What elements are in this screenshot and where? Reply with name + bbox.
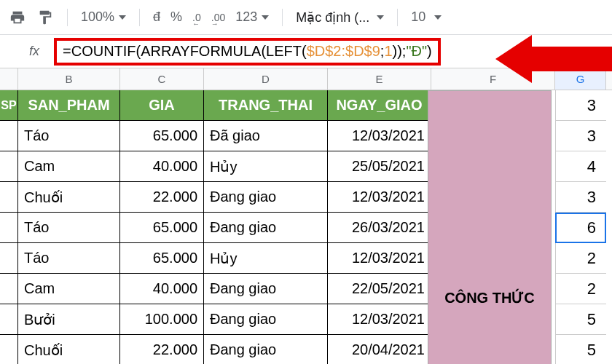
number-format-dropdown[interactable]: 123 [235,9,269,25]
col-header-d[interactable]: D [204,68,328,90]
cell-ngay-giao[interactable]: 22/05/2021 [328,274,431,304]
cell-san-pham[interactable]: Chuối [18,335,120,364]
cell-trang-thai[interactable]: Đang giao [204,335,328,364]
col-header-a[interactable] [0,68,18,90]
cell-g[interactable]: 5 [555,304,606,335]
cell-gia[interactable]: 65.000 [120,121,204,151]
cell-ngay-giao[interactable]: 12/03/2021 [328,182,431,213]
zoom-dropdown[interactable]: 100% [81,9,126,25]
cell-a[interactable] [0,274,18,304]
cell-gia[interactable]: 65.000 [120,213,204,243]
zoom-value: 100% [81,9,114,25]
cell-g1[interactable]: 3 [555,90,606,121]
cell-ngay-giao[interactable]: 25/05/2021 [328,151,431,182]
font-family-dropdown[interactable]: Mặc định (... [296,9,384,25]
f-column-label: CÔNG THỨC [444,289,535,306]
cell-a[interactable] [0,121,18,151]
cell-g[interactable]: 3 [555,121,606,151]
cell-a[interactable] [0,213,18,243]
header-b[interactable]: SAN_PHAM [18,90,120,121]
formula-bar: fx =COUNTIF(ARRAYFORMULA(LEFT($D$2:$D$9;… [0,35,612,68]
cell-g[interactable]: 6 [555,213,606,243]
col-header-e[interactable]: E [328,68,431,90]
separator [397,9,398,26]
cell-a[interactable] [0,304,18,335]
cell-san-pham[interactable]: Cam [18,151,120,182]
cell-g[interactable]: 2 [555,274,606,304]
cell-gia[interactable]: 22.000 [120,182,204,213]
chevron-down-icon [434,15,442,20]
cell-g[interactable]: 4 [555,151,606,182]
cell-trang-thai[interactable]: Đang giao [204,213,328,243]
col-header-f[interactable]: F [431,68,555,90]
cell-san-pham[interactable]: Cam [18,274,120,304]
header-e[interactable]: NGAY_GIAO [328,90,431,121]
chevron-down-icon [119,15,126,20]
cell-ngay-giao[interactable]: 12/03/2021 [328,304,431,335]
cell-san-pham[interactable]: Táo [18,121,120,151]
cell-trang-thai[interactable]: Đang giao [204,304,328,335]
header-d[interactable]: TRANG_THAI [204,90,328,121]
cell-trang-thai[interactable]: Đang giao [204,274,328,304]
cell-san-pham[interactable]: Chuối [18,182,120,213]
paint-format-icon[interactable] [36,9,54,26]
cell-ngay-giao[interactable]: 12/03/2021 [328,243,431,274]
cell-ngay-giao[interactable]: 12/03/2021 [328,121,431,151]
col-header-g[interactable]: G [555,68,606,90]
header-c[interactable]: GIA [120,90,204,121]
cell-g[interactable]: 3 [555,182,606,213]
separator [67,9,68,26]
cell-g[interactable]: 5 [555,335,606,364]
col-header-b[interactable]: B [18,68,120,90]
col-header-c[interactable]: C [120,68,204,90]
cell-gia[interactable]: 22.000 [120,335,204,364]
decrease-decimal-button[interactable]: .0 ← [192,9,201,25]
cell-gia[interactable]: 100.000 [120,304,204,335]
currency-format-button[interactable]: đ [153,9,160,25]
cell-san-pham[interactable]: Bưởi [18,304,120,335]
formula-input[interactable]: =COUNTIF(ARRAYFORMULA(LEFT($D$2:$D$9;1))… [54,38,441,66]
cell-gia[interactable]: 40.000 [120,274,204,304]
cell-trang-thai[interactable]: Đã giao [204,121,328,151]
percent-format-button[interactable]: % [170,9,182,25]
cell-a[interactable] [0,243,18,274]
cell-gia[interactable]: 40.000 [120,151,204,182]
cell-trang-thai[interactable]: Đang giao [204,182,328,213]
cell-trang-thai[interactable]: Hủy [204,243,328,274]
cell-g[interactable]: 2 [555,243,606,274]
cell-gia[interactable]: 65.000 [120,243,204,274]
cell-ngay-giao[interactable]: 26/03/2021 [328,213,431,243]
chevron-down-icon [377,15,384,20]
print-icon[interactable] [9,9,26,26]
cell-san-pham[interactable]: Táo [18,243,120,274]
header-a[interactable]: SP [0,90,18,121]
fx-label: fx [29,44,39,59]
toolbar: 100% đ % .0 ← .00 → 123 Mặc định (... 10 [0,0,612,35]
cell-san-pham[interactable]: Táo [18,213,120,243]
font-size-control[interactable]: 10 [411,9,442,25]
separator [139,9,140,26]
increase-decimal-button[interactable]: .00 → [211,9,225,25]
cell-a[interactable] [0,151,18,182]
cell-a[interactable] [0,182,18,213]
column-headers: B C D E F G [0,68,612,90]
cell-a[interactable] [0,335,18,364]
chevron-down-icon [262,15,269,20]
cell-trang-thai[interactable]: Hủy [204,151,328,182]
cell-ngay-giao[interactable]: 20/04/2021 [328,335,431,364]
separator [282,9,283,26]
merged-f-column[interactable]: CÔNG THỨC [428,90,552,364]
